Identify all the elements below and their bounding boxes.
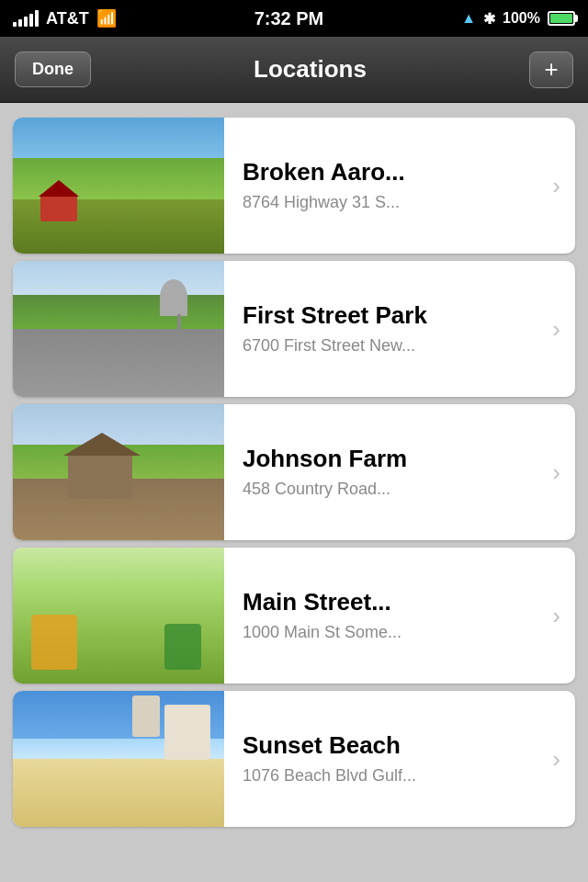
list-item[interactable]: First Street Park 6700 First Street New.… — [13, 261, 575, 397]
item-content: Main Street... 1000 Main St Some... › — [224, 548, 575, 684]
battery-indicator — [548, 11, 575, 26]
list-item[interactable]: Sunset Beach 1076 Beach Blvd Gulf... › — [13, 691, 575, 827]
signal-bar-3 — [24, 17, 28, 27]
location-name: First Street Park — [243, 301, 543, 330]
location-address: 6700 First Street New... — [243, 335, 543, 356]
bluetooth-icon: ✱ — [483, 10, 495, 28]
location-name: Broken Aaro... — [243, 158, 543, 187]
signal-bar-2 — [18, 19, 22, 27]
nav-bar: Done Locations + — [0, 37, 588, 103]
chevron-right-icon: › — [552, 745, 560, 774]
status-bar: AT&T 📶 7:32 PM ▲ ✱ 100% — [0, 0, 588, 37]
item-text: Sunset Beach 1076 Beach Blvd Gulf... — [243, 731, 543, 787]
status-time: 7:32 PM — [254, 8, 324, 29]
signal-bar-1 — [13, 22, 17, 27]
chevron-right-icon: › — [552, 602, 560, 630]
location-name: Main Street... — [243, 588, 543, 616]
location-thumbnail — [13, 548, 224, 684]
done-button[interactable]: Done — [15, 51, 91, 87]
item-text: Main Street... 1000 Main St Some... — [243, 588, 543, 644]
item-content: Broken Aaro... 8764 Highway 31 S... › — [224, 118, 575, 254]
signal-bar-5 — [35, 10, 39, 27]
location-address: 1000 Main St Some... — [243, 622, 543, 643]
chevron-right-icon: › — [552, 172, 560, 200]
location-icon: ▲ — [461, 10, 476, 27]
carrier-label: AT&T — [46, 9, 89, 28]
locations-list: Broken Aaro... 8764 Highway 31 S... › Fi… — [0, 103, 588, 842]
battery-percent: 100% — [503, 10, 540, 27]
item-content: Johnson Farm 458 Country Road... › — [224, 404, 575, 540]
status-left: AT&T 📶 — [13, 8, 117, 28]
status-right: ▲ ✱ 100% — [461, 10, 575, 28]
item-text: First Street Park 6700 First Street New.… — [243, 301, 543, 357]
add-button[interactable]: + — [529, 51, 573, 88]
location-address: 458 Country Road... — [243, 479, 543, 500]
signal-bar-4 — [29, 14, 33, 27]
location-address: 8764 Highway 31 S... — [243, 192, 543, 213]
chevron-right-icon: › — [552, 458, 560, 487]
list-item[interactable]: Broken Aaro... 8764 Highway 31 S... › — [13, 118, 575, 254]
list-item[interactable]: Main Street... 1000 Main St Some... › — [13, 548, 575, 684]
location-thumbnail — [13, 261, 224, 397]
location-name: Johnson Farm — [243, 445, 543, 473]
location-thumbnail — [13, 404, 224, 540]
location-name: Sunset Beach — [243, 731, 543, 760]
item-text: Johnson Farm 458 Country Road... — [243, 445, 543, 501]
chevron-right-icon: › — [552, 315, 560, 344]
item-content: Sunset Beach 1076 Beach Blvd Gulf... › — [224, 691, 575, 827]
location-address: 1076 Beach Blvd Gulf... — [243, 765, 543, 786]
nav-title: Locations — [91, 55, 529, 84]
location-thumbnail — [13, 691, 224, 827]
battery-icon — [548, 11, 575, 26]
signal-bars — [13, 10, 39, 27]
item-text: Broken Aaro... 8764 Highway 31 S... — [243, 158, 543, 214]
location-thumbnail — [13, 118, 224, 254]
battery-fill — [550, 14, 572, 23]
list-item[interactable]: Johnson Farm 458 Country Road... › — [13, 404, 575, 540]
item-content: First Street Park 6700 First Street New.… — [224, 261, 575, 397]
wifi-icon: 📶 — [96, 8, 117, 28]
